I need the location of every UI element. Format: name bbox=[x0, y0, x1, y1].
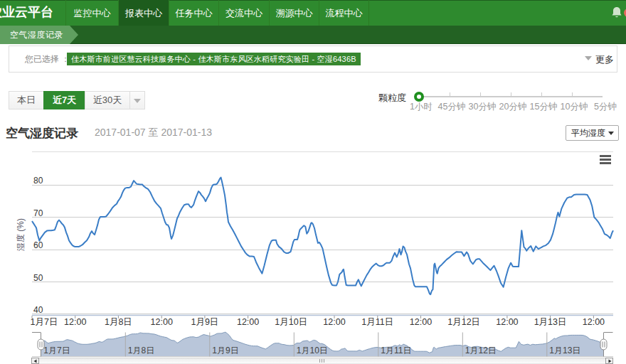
svg-text:1月13日: 1月13日 bbox=[534, 317, 567, 327]
svg-text:80: 80 bbox=[33, 176, 43, 186]
svg-text:1月9日: 1月9日 bbox=[212, 346, 238, 355]
svg-text:1月12日: 1月12日 bbox=[465, 346, 497, 355]
svg-text:1月8日: 1月8日 bbox=[105, 317, 132, 327]
svg-text:12:00: 12:00 bbox=[237, 317, 259, 327]
svg-text:70: 70 bbox=[33, 208, 43, 218]
svg-text:1月8日: 1月8日 bbox=[128, 346, 154, 355]
svg-text:湿度 (%): 湿度 (%) bbox=[16, 218, 26, 252]
svg-text:1月9日: 1月9日 bbox=[191, 317, 218, 327]
svg-text:1月12日: 1月12日 bbox=[447, 317, 480, 327]
svg-text:1月10日: 1月10日 bbox=[297, 346, 328, 355]
svg-text:1月10日: 1月10日 bbox=[275, 317, 307, 327]
svg-text:12:00: 12:00 bbox=[410, 317, 432, 327]
svg-text:50: 50 bbox=[33, 273, 43, 283]
svg-text:1月7日: 1月7日 bbox=[31, 317, 58, 327]
svg-text:12:00: 12:00 bbox=[496, 317, 518, 327]
svg-text:12:00: 12:00 bbox=[323, 317, 345, 327]
svg-text:1月13日: 1月13日 bbox=[549, 346, 580, 355]
svg-text:12:00: 12:00 bbox=[151, 317, 173, 327]
svg-text:12:00: 12:00 bbox=[583, 317, 605, 327]
svg-text:1月7日: 1月7日 bbox=[43, 346, 70, 355]
svg-text:40: 40 bbox=[33, 305, 43, 315]
svg-text:1月11日: 1月11日 bbox=[381, 346, 411, 355]
svg-text:12:00: 12:00 bbox=[64, 317, 86, 327]
svg-text:1月11日: 1月11日 bbox=[361, 317, 393, 327]
svg-text:60: 60 bbox=[33, 240, 43, 250]
